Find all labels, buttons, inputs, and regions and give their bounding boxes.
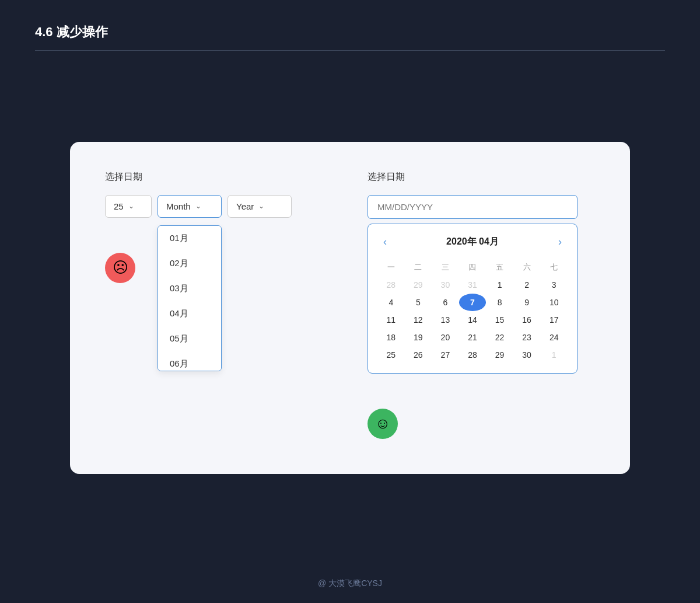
footer: @ 大漠飞鹰CYSJ [0, 564, 700, 603]
month-item[interactable]: 01月 [158, 226, 221, 251]
month-chevron-icon: ⌄ [195, 202, 201, 210]
month-item[interactable]: 06月 [158, 351, 221, 371]
month-dropdown[interactable]: Month ⌄ [158, 195, 222, 218]
calendar-day[interactable]: 7 [459, 294, 487, 311]
calendar-day[interactable]: 13 [432, 311, 459, 329]
year-placeholder: Year [236, 201, 254, 211]
calendar-day: 30 [432, 276, 459, 294]
calendar-day[interactable]: 8 [486, 294, 513, 311]
calendar-title: 2020年 04月 [446, 236, 499, 248]
weekday-header: 五 [486, 259, 513, 276]
month-item[interactable]: 02月 [158, 251, 221, 276]
calendar-day[interactable]: 23 [513, 329, 541, 346]
year-dropdown[interactable]: Year ⌄ [228, 195, 292, 218]
calendar-day[interactable]: 3 [540, 276, 568, 294]
month-placeholder: Month [166, 201, 191, 211]
weekday-header: 三 [432, 259, 459, 276]
calendar-day[interactable]: 27 [432, 346, 459, 364]
calendar: ‹ 2020年 04月 › 一二三四五六七 282930311234567891… [368, 224, 578, 374]
sad-emoji: ☹ [105, 253, 135, 283]
calendar-day[interactable]: 21 [459, 329, 487, 346]
calendar-day[interactable]: 28 [459, 346, 487, 364]
calendar-day[interactable]: 5 [405, 294, 432, 311]
calendar-day[interactable]: 1 [486, 276, 513, 294]
calendar-day[interactable]: 20 [432, 329, 459, 346]
calendar-day: 28 [377, 276, 405, 294]
calendar-day: 31 [459, 276, 487, 294]
calendar-day[interactable]: 10 [540, 294, 568, 311]
calendar-header: ‹ 2020年 04月 › [377, 233, 568, 250]
right-panel-label: 选择日期 [368, 171, 405, 183]
calendar-day[interactable]: 9 [513, 294, 541, 311]
calendar-day[interactable]: 11 [377, 311, 405, 329]
calendar-day[interactable]: 2 [513, 276, 541, 294]
weekday-header: 七 [540, 259, 568, 276]
calendar-day[interactable]: 6 [432, 294, 459, 311]
calendar-day[interactable]: 14 [459, 311, 487, 329]
page-title: 4.6 减少操作 [35, 23, 665, 41]
calendar-day[interactable]: 25 [377, 346, 405, 364]
weekday-header: 六 [513, 259, 541, 276]
calendar-day: 1 [540, 346, 568, 364]
calendar-day[interactable]: 12 [405, 311, 432, 329]
month-item[interactable]: 03月 [158, 276, 221, 301]
calendar-day[interactable]: 19 [405, 329, 432, 346]
month-dropdown-menu[interactable]: 01月02月03月04月05月06月07月08月09月10月11月12月 [158, 225, 222, 371]
calendar-day[interactable]: 22 [486, 329, 513, 346]
calendar-day[interactable]: 30 [513, 346, 541, 364]
next-month-button[interactable]: › [552, 233, 568, 250]
year-chevron-icon: ⌄ [258, 202, 264, 210]
calendar-day[interactable]: 29 [486, 346, 513, 364]
calendar-day[interactable]: 17 [540, 311, 568, 329]
calendar-day[interactable]: 18 [377, 329, 405, 346]
calendar-day[interactable]: 26 [405, 346, 432, 364]
calendar-day[interactable]: 24 [540, 329, 568, 346]
left-panel-label: 选择日期 [105, 171, 142, 183]
dropdowns-row: 25 ⌄ Month ⌄ Year ⌄ 01月02月03月04月05月06月07… [105, 195, 292, 218]
calendar-day[interactable]: 4 [377, 294, 405, 311]
day-chevron-icon: ⌄ [128, 202, 134, 210]
calendar-day[interactable]: 16 [513, 311, 541, 329]
month-item[interactable]: 05月 [158, 326, 221, 351]
left-panel: 选择日期 25 ⌄ Month ⌄ Year ⌄ 01月02月03月04月05月… [105, 171, 332, 283]
happy-emoji: ☺ [368, 409, 398, 439]
day-dropdown[interactable]: 25 ⌄ [105, 195, 152, 218]
weekday-header: 四 [459, 259, 487, 276]
right-panel: 选择日期 ‹ 2020年 04月 › 一二三四五六七 2829303112345… [368, 171, 595, 439]
prev-month-button[interactable]: ‹ [377, 233, 393, 250]
month-item[interactable]: 04月 [158, 301, 221, 326]
calendar-day[interactable]: 15 [486, 311, 513, 329]
main-card: 选择日期 25 ⌄ Month ⌄ Year ⌄ 01月02月03月04月05月… [70, 142, 630, 474]
weekday-header: 二 [405, 259, 432, 276]
date-input[interactable] [368, 195, 578, 219]
weekday-header: 一 [377, 259, 405, 276]
calendar-grid: 一二三四五六七 28293031123456789101112131415161… [377, 259, 568, 364]
day-value: 25 [114, 201, 124, 211]
calendar-day: 29 [405, 276, 432, 294]
